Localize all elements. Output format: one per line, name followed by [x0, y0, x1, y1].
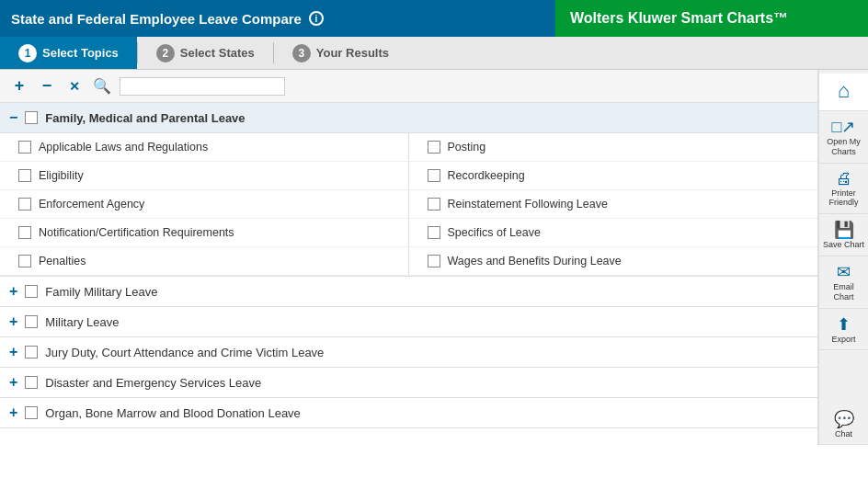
checkbox-family-military[interactable]: [25, 285, 38, 298]
topic-disaster-emergency[interactable]: + Disaster and Emergency Services Leave: [0, 368, 817, 398]
label-disaster-emergency: Disaster and Emergency Services Leave: [45, 376, 261, 390]
label-organ-bone: Organ, Bone Marrow and Blood Donation Le…: [45, 406, 301, 420]
checkbox-military-leave[interactable]: [25, 315, 38, 328]
subtopic-notification-cert[interactable]: Notification/Certification Requirements: [0, 219, 409, 247]
label-family-military: Family Military Leave: [45, 285, 157, 299]
collapse-btn-family-medical[interactable]: −: [9, 109, 17, 126]
label-notification-cert: Notification/Certification Requirements: [39, 226, 234, 239]
label-military-leave: Military Leave: [45, 315, 119, 329]
remove-button[interactable]: −: [37, 76, 57, 97]
subtopic-penalties[interactable]: Penalties: [0, 247, 409, 276]
chat-icon: 💬: [834, 409, 854, 429]
checkbox-enforcement-agency[interactable]: [18, 198, 31, 211]
checkbox-eligibility[interactable]: [18, 169, 31, 182]
home-icon: ⌂: [838, 79, 850, 103]
subtopic-recordkeeping[interactable]: Recordkeeping: [409, 162, 818, 190]
save-chart-label: Save Chart: [823, 240, 864, 250]
step-2-num: 2: [156, 44, 175, 63]
checkbox-reinstatement[interactable]: [428, 198, 440, 211]
label-recordkeeping: Recordkeeping: [448, 169, 525, 182]
expand-btn-organ-bone[interactable]: +: [9, 404, 17, 421]
sidebar-item-chat[interactable]: 💬 Chat: [819, 404, 869, 445]
checkbox-family-medical[interactable]: [25, 111, 38, 124]
chat-label: Chat: [835, 429, 852, 438]
sidebar-item-open-charts[interactable]: □↗ Open My Charts: [819, 111, 869, 164]
export-label: Export: [831, 335, 855, 345]
main-area: + − ✕ 🔍 − Family, Medical and Parental L…: [0, 70, 868, 445]
checkbox-recordkeeping[interactable]: [428, 169, 440, 182]
brand-text: Wolters Kluwer Smart Charts™: [570, 10, 788, 27]
topic-group-label-family-medical: Family, Medical and Parental Leave: [45, 111, 245, 125]
email-icon: ✉: [837, 262, 851, 282]
app-title: State and Federal Employee Leave Compare: [11, 11, 302, 27]
label-applicable-laws: Applicable Laws and Regulations: [39, 141, 208, 154]
search-button[interactable]: 🔍: [92, 76, 112, 97]
sidebar-item-home[interactable]: ⌂: [819, 74, 869, 111]
steps-spacer: [407, 37, 818, 69]
step-2[interactable]: 2 Select States: [138, 37, 273, 69]
subtopic-enforcement-agency[interactable]: Enforcement Agency: [0, 190, 409, 219]
steps-bar: 1 Select Topics 2 Select States 3 Your R…: [0, 37, 868, 70]
subtopic-reinstatement[interactable]: Reinstatement Following Leave: [409, 190, 818, 219]
checkbox-posting[interactable]: [428, 141, 440, 154]
subtopics-grid-family-medical: Applicable Laws and Regulations Posting …: [0, 133, 817, 277]
topic-family-military[interactable]: + Family Military Leave: [0, 277, 817, 307]
checkbox-notification-cert[interactable]: [18, 226, 31, 239]
sidebar-item-email-chart[interactable]: ✉ Email Chart: [819, 256, 869, 309]
step-1[interactable]: 1 Select Topics: [0, 37, 137, 69]
topic-jury-duty[interactable]: + Jury Duty, Court Attendance and Crime …: [0, 337, 817, 368]
app-header: State and Federal Employee Leave Compare…: [0, 0, 868, 37]
topic-organ-bone[interactable]: + Organ, Bone Marrow and Blood Donation …: [0, 398, 817, 428]
subtopic-applicable-laws[interactable]: Applicable Laws and Regulations: [0, 133, 409, 162]
subtopic-wages-benefits[interactable]: Wages and Benefits During Leave: [409, 247, 818, 276]
expand-btn-military-leave[interactable]: +: [9, 313, 17, 330]
checkbox-disaster-emergency[interactable]: [25, 376, 38, 389]
sidebar-item-save-chart[interactable]: 💾 Save Chart: [819, 214, 869, 256]
expand-btn-family-military[interactable]: +: [9, 283, 17, 300]
step-3-label: Your Results: [316, 46, 389, 60]
clear-button[interactable]: ✕: [64, 76, 85, 97]
brand-logo: Wolters Kluwer Smart Charts™: [555, 0, 868, 37]
sidebar: ⌂ □↗ Open My Charts 🖨 Printer Friendly 💾…: [818, 70, 868, 445]
checkbox-specifics-leave[interactable]: [428, 226, 440, 239]
step-3[interactable]: 3 Your Results: [274, 37, 407, 69]
checkbox-applicable-laws[interactable]: [18, 141, 31, 154]
subtopic-specifics-leave[interactable]: Specifics of Leave: [409, 219, 818, 247]
step-1-label: Select Topics: [42, 46, 119, 60]
topic-group-header-family-medical[interactable]: − Family, Medical and Parental Leave: [0, 103, 817, 133]
step-2-label: Select States: [180, 46, 255, 60]
sidebar-item-export[interactable]: ⬆ Export: [819, 309, 869, 351]
label-reinstatement: Reinstatement Following Leave: [448, 198, 608, 211]
step-1-num: 1: [18, 44, 37, 63]
expand-btn-jury-duty[interactable]: +: [9, 344, 17, 360]
subtopic-posting[interactable]: Posting: [409, 133, 818, 162]
subtopic-eligibility[interactable]: Eligibility: [0, 162, 409, 190]
topic-military-leave[interactable]: + Military Leave: [0, 307, 817, 337]
export-icon: ⬆: [837, 314, 851, 335]
label-posting: Posting: [448, 141, 486, 154]
app-title-bar: State and Federal Employee Leave Compare…: [0, 0, 555, 37]
label-jury-duty: Jury Duty, Court Attendance and Crime Vi…: [45, 346, 324, 359]
add-button[interactable]: +: [9, 76, 29, 97]
label-eligibility: Eligibility: [39, 169, 84, 182]
checkbox-jury-duty[interactable]: [25, 346, 38, 358]
label-enforcement-agency: Enforcement Agency: [39, 198, 144, 211]
info-icon[interactable]: i: [309, 11, 324, 26]
open-charts-label: Open My Charts: [823, 137, 865, 157]
printer-icon: 🖨: [836, 169, 852, 188]
search-input[interactable]: [120, 77, 285, 96]
checkbox-penalties[interactable]: [18, 255, 31, 267]
content-pane: + − ✕ 🔍 − Family, Medical and Parental L…: [0, 70, 818, 445]
label-penalties: Penalties: [39, 255, 86, 267]
expand-btn-disaster-emergency[interactable]: +: [9, 374, 17, 391]
email-chart-label: Email Chart: [823, 282, 865, 302]
step-3-num: 3: [292, 44, 311, 63]
printer-friendly-label: Printer Friendly: [823, 188, 865, 209]
save-icon: 💾: [834, 220, 854, 240]
checkbox-organ-bone[interactable]: [25, 406, 38, 419]
topic-group-family-medical: − Family, Medical and Parental Leave App…: [0, 103, 817, 277]
checkbox-wages-benefits[interactable]: [428, 255, 440, 267]
label-specifics-leave: Specifics of Leave: [448, 226, 541, 239]
sidebar-item-printer-friendly[interactable]: 🖨 Printer Friendly: [819, 164, 869, 215]
open-charts-icon: □↗: [832, 117, 856, 137]
